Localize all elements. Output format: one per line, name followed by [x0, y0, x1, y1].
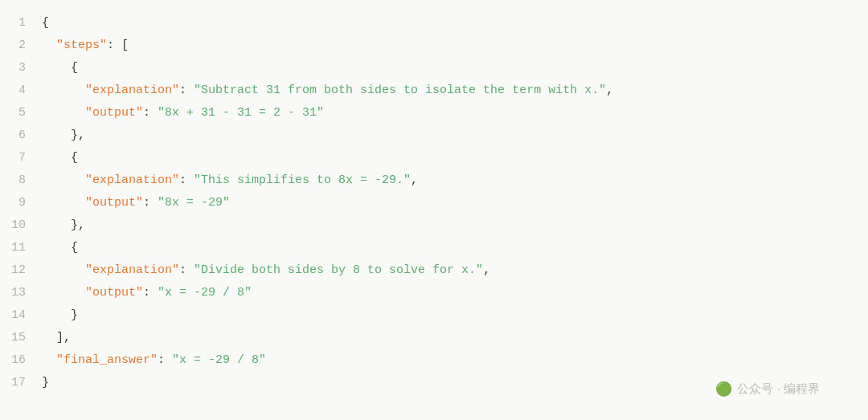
line-content: "explanation": "Divide both sides by 8 t… [42, 260, 490, 281]
line-content: { [42, 58, 78, 79]
watermark: 🟢 公众号 · 编程界 [715, 381, 820, 398]
line-content: }, [42, 125, 85, 146]
line-number: 9 [0, 193, 42, 214]
code-line: 7 { [0, 148, 868, 170]
line-number: 17 [0, 373, 42, 393]
line-content: } [42, 305, 78, 326]
line-content: ], [42, 328, 71, 349]
line-number: 3 [0, 58, 42, 79]
line-number: 5 [0, 103, 42, 124]
line-content: { [42, 238, 78, 259]
code-line: 5 "output": "8x + 31 - 31 = 2 - 31" [0, 103, 868, 125]
line-number: 12 [0, 260, 42, 281]
line-number: 15 [0, 328, 42, 349]
code-line: 4 "explanation": "Subtract 31 from both … [0, 80, 868, 103]
line-number: 11 [0, 238, 42, 259]
code-line: 6 }, [0, 125, 868, 148]
code-line: 9 "output": "8x = -29" [0, 193, 868, 215]
line-content: "output": "x = -29 / 8" [42, 283, 252, 304]
code-container: 1{2 "steps": [3 {4 "explanation": "Subtr… [0, 0, 868, 420]
line-content: "explanation": "This simplifies to 8x = … [42, 170, 418, 191]
line-content: "final_answer": "x = -29 / 8" [42, 350, 266, 371]
line-number: 7 [0, 148, 42, 169]
line-number: 14 [0, 305, 42, 326]
line-content: { [42, 148, 78, 169]
code-line: 2 "steps": [ [0, 35, 868, 58]
code-line: 12 "explanation": "Divide both sides by … [0, 260, 868, 283]
code-line: 16 "final_answer": "x = -29 / 8" [0, 350, 868, 373]
line-content: }, [42, 215, 85, 236]
line-number: 2 [0, 35, 42, 56]
line-number: 10 [0, 215, 42, 236]
code-line: 8 "explanation": "This simplifies to 8x … [0, 170, 868, 193]
line-number: 1 [0, 13, 42, 34]
code-line: 1{ [0, 13, 868, 35]
line-content: "output": "8x + 31 - 31 = 2 - 31" [42, 103, 324, 124]
line-content: "steps": [ [42, 35, 129, 56]
line-number: 16 [0, 350, 42, 371]
line-content: } [42, 373, 49, 393]
code-line: 13 "output": "x = -29 / 8" [0, 283, 868, 305]
line-content: "explanation": "Subtract 31 from both si… [42, 80, 613, 101]
line-content: "output": "8x = -29" [42, 193, 230, 214]
line-number: 6 [0, 125, 42, 146]
code-line: 3 { [0, 58, 868, 80]
code-line: 10 }, [0, 215, 868, 238]
code-line: 11 { [0, 238, 868, 260]
line-number: 4 [0, 80, 42, 101]
line-content: { [42, 13, 49, 34]
line-number: 8 [0, 170, 42, 191]
watermark-text: 公众号 · 编程界 [737, 381, 820, 397]
line-number: 13 [0, 283, 42, 304]
wechat-icon: 🟢 [715, 381, 732, 398]
code-line: 15 ], [0, 328, 868, 350]
code-line: 14 } [0, 305, 868, 328]
